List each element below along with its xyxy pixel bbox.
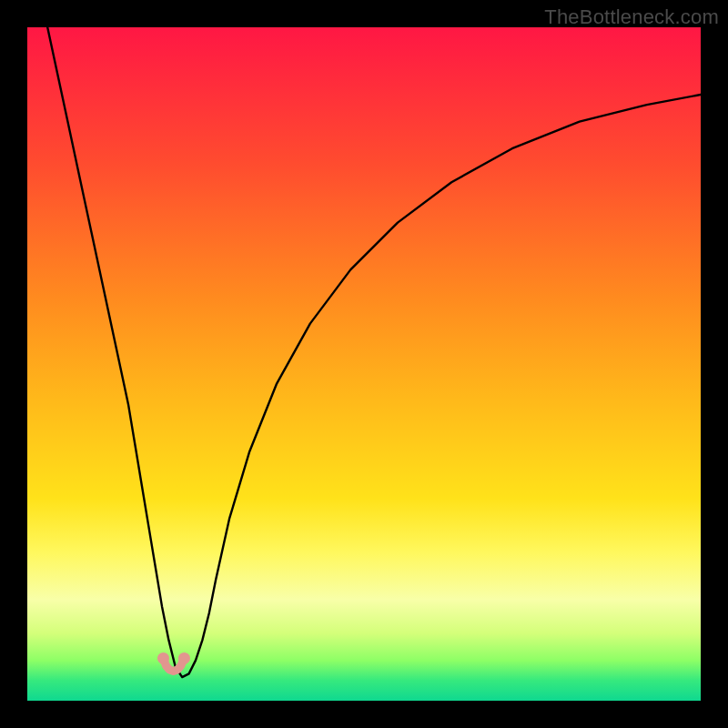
plot-area bbox=[27, 27, 701, 701]
gradient-background bbox=[27, 27, 701, 701]
chart-svg bbox=[27, 27, 701, 701]
watermark-text: TheBottleneck.com bbox=[544, 5, 719, 29]
marker-dot bbox=[157, 652, 169, 664]
chart-frame: TheBottleneck.com bbox=[0, 0, 728, 728]
marker-dot bbox=[178, 652, 190, 664]
